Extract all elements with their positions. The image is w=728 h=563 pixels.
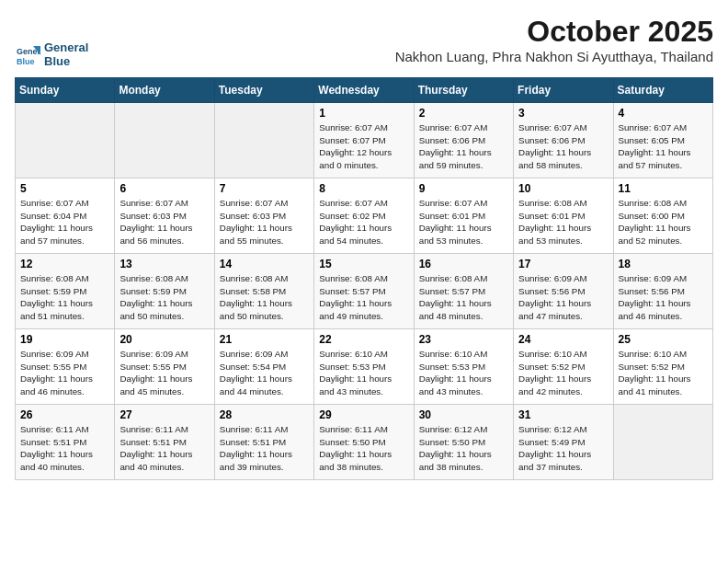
day-info: Sunrise: 6:08 AM Sunset: 5:57 PM Dayligh… [319, 272, 408, 323]
calendar-cell-w1d6: 11Sunrise: 6:08 AM Sunset: 6:00 PM Dayli… [613, 178, 712, 254]
calendar-cell-w0d6: 4Sunrise: 6:07 AM Sunset: 6:05 PM Daylig… [613, 103, 712, 178]
day-number: 31 [518, 408, 608, 421]
calendar-cell-w2d1: 13Sunrise: 6:08 AM Sunset: 5:59 PM Dayli… [115, 254, 214, 329]
calendar-cell-w4d2: 28Sunrise: 6:11 AM Sunset: 5:51 PM Dayli… [214, 405, 313, 480]
day-info: Sunrise: 6:07 AM Sunset: 6:07 PM Dayligh… [319, 121, 408, 172]
day-info: Sunrise: 6:12 AM Sunset: 5:49 PM Dayligh… [518, 423, 608, 474]
day-number: 19 [20, 333, 109, 346]
calendar-cell-w2d4: 16Sunrise: 6:08 AM Sunset: 5:57 PM Dayli… [414, 254, 513, 329]
page-subtitle: Nakhon Luang, Phra Nakhon Si Ayutthaya, … [395, 49, 713, 64]
day-info: Sunrise: 6:10 AM Sunset: 5:53 PM Dayligh… [419, 348, 508, 398]
calendar-cell-w4d0: 26Sunrise: 6:11 AM Sunset: 5:51 PM Dayli… [16, 405, 115, 480]
day-info: Sunrise: 6:11 AM Sunset: 5:50 PM Dayligh… [319, 423, 408, 474]
day-info: Sunrise: 6:07 AM Sunset: 6:03 PM Dayligh… [119, 197, 209, 247]
day-info: Sunrise: 6:09 AM Sunset: 5:54 PM Dayligh… [220, 348, 309, 398]
day-number: 20 [119, 333, 209, 346]
day-number: 4 [619, 107, 708, 120]
day-info: Sunrise: 6:07 AM Sunset: 6:02 PM Dayligh… [319, 197, 408, 247]
day-number: 21 [220, 333, 309, 346]
weekday-header-thursday: Thursday [414, 78, 513, 103]
day-number: 28 [220, 408, 309, 421]
day-number: 24 [518, 333, 608, 346]
day-info: Sunrise: 6:09 AM Sunset: 5:56 PM Dayligh… [518, 272, 608, 323]
day-number: 22 [319, 333, 408, 346]
calendar-cell-w4d5: 31Sunrise: 6:12 AM Sunset: 5:49 PM Dayli… [514, 405, 613, 480]
calendar-cell-w3d2: 21Sunrise: 6:09 AM Sunset: 5:54 PM Dayli… [214, 329, 313, 405]
calendar-cell-w0d5: 3Sunrise: 6:07 AM Sunset: 6:06 PM Daylig… [514, 103, 613, 178]
day-number: 17 [518, 258, 608, 270]
day-info: Sunrise: 6:10 AM Sunset: 5:52 PM Dayligh… [619, 348, 708, 398]
day-info: Sunrise: 6:07 AM Sunset: 6:03 PM Dayligh… [220, 197, 309, 247]
calendar-cell-w1d4: 9Sunrise: 6:07 AM Sunset: 6:01 PM Daylig… [414, 178, 513, 254]
day-number: 25 [619, 333, 708, 346]
calendar-cell-w0d3: 1Sunrise: 6:07 AM Sunset: 6:07 PM Daylig… [314, 103, 414, 178]
day-number: 6 [119, 182, 209, 195]
day-info: Sunrise: 6:07 AM Sunset: 6:04 PM Dayligh… [20, 197, 109, 247]
weekday-header-sunday: Sunday [16, 78, 115, 103]
day-info: Sunrise: 6:12 AM Sunset: 5:50 PM Dayligh… [419, 423, 508, 474]
day-info: Sunrise: 6:08 AM Sunset: 6:01 PM Dayligh… [518, 197, 608, 247]
calendar-cell-w2d0: 12Sunrise: 6:08 AM Sunset: 5:59 PM Dayli… [16, 254, 115, 329]
calendar-table: SundayMondayTuesdayWednesdayThursdayFrid… [15, 77, 713, 480]
day-info: Sunrise: 6:08 AM Sunset: 6:00 PM Dayligh… [619, 197, 708, 247]
title-section: October 2025 Nakhon Luang, Phra Nakhon S… [395, 15, 713, 70]
calendar-cell-w2d6: 18Sunrise: 6:09 AM Sunset: 5:56 PM Dayli… [613, 254, 712, 329]
calendar-cell-w1d5: 10Sunrise: 6:08 AM Sunset: 6:01 PM Dayli… [514, 178, 613, 254]
day-info: Sunrise: 6:08 AM Sunset: 5:59 PM Dayligh… [20, 272, 109, 323]
day-info: Sunrise: 6:07 AM Sunset: 6:01 PM Dayligh… [419, 197, 508, 247]
calendar-cell-w3d4: 23Sunrise: 6:10 AM Sunset: 5:53 PM Dayli… [414, 329, 513, 405]
day-info: Sunrise: 6:11 AM Sunset: 5:51 PM Dayligh… [119, 423, 209, 474]
calendar-cell-w3d0: 19Sunrise: 6:09 AM Sunset: 5:55 PM Dayli… [16, 329, 115, 405]
calendar-cell-w3d3: 22Sunrise: 6:10 AM Sunset: 5:53 PM Dayli… [314, 329, 414, 405]
logo-icon: General Blue [15, 42, 40, 68]
day-number: 3 [518, 107, 608, 120]
day-number: 30 [419, 408, 508, 421]
day-info: Sunrise: 6:08 AM Sunset: 5:59 PM Dayligh… [119, 272, 209, 323]
calendar-cell-w4d1: 27Sunrise: 6:11 AM Sunset: 5:51 PM Dayli… [115, 405, 214, 480]
logo-text: General Blue [44, 41, 88, 68]
day-number: 13 [119, 258, 209, 270]
day-info: Sunrise: 6:08 AM Sunset: 5:58 PM Dayligh… [220, 272, 309, 323]
day-number: 26 [20, 408, 109, 421]
day-number: 27 [119, 408, 209, 421]
day-number: 1 [319, 107, 408, 120]
day-info: Sunrise: 6:09 AM Sunset: 5:55 PM Dayligh… [119, 348, 209, 398]
calendar-cell-w4d3: 29Sunrise: 6:11 AM Sunset: 5:50 PM Dayli… [314, 405, 414, 480]
day-number: 10 [518, 182, 608, 195]
page-title: October 2025 [395, 15, 713, 49]
calendar-cell-w3d5: 24Sunrise: 6:10 AM Sunset: 5:52 PM Dayli… [514, 329, 613, 405]
calendar-cell-w3d1: 20Sunrise: 6:09 AM Sunset: 5:55 PM Dayli… [115, 329, 214, 405]
day-number: 16 [419, 258, 508, 270]
day-number: 11 [619, 182, 708, 195]
day-number: 9 [419, 182, 508, 195]
day-number: 14 [220, 258, 309, 270]
calendar-cell-w1d1: 6Sunrise: 6:07 AM Sunset: 6:03 PM Daylig… [115, 178, 214, 254]
day-info: Sunrise: 6:11 AM Sunset: 5:51 PM Dayligh… [220, 423, 309, 474]
calendar-cell-w2d2: 14Sunrise: 6:08 AM Sunset: 5:58 PM Dayli… [214, 254, 313, 329]
day-info: Sunrise: 6:07 AM Sunset: 6:06 PM Dayligh… [518, 121, 608, 172]
day-info: Sunrise: 6:11 AM Sunset: 5:51 PM Dayligh… [20, 423, 109, 474]
calendar-cell-w0d4: 2Sunrise: 6:07 AM Sunset: 6:06 PM Daylig… [414, 103, 513, 178]
weekday-header-saturday: Saturday [613, 78, 712, 103]
day-info: Sunrise: 6:10 AM Sunset: 5:52 PM Dayligh… [518, 348, 608, 398]
day-info: Sunrise: 6:10 AM Sunset: 5:53 PM Dayligh… [319, 348, 408, 398]
day-number: 15 [319, 258, 408, 270]
day-info: Sunrise: 6:07 AM Sunset: 6:06 PM Dayligh… [419, 121, 508, 172]
calendar-cell-w0d2 [214, 103, 313, 178]
calendar-cell-w1d2: 7Sunrise: 6:07 AM Sunset: 6:03 PM Daylig… [214, 178, 313, 254]
logo: General Blue General Blue [15, 41, 88, 68]
day-number: 8 [319, 182, 408, 195]
day-number: 2 [419, 107, 508, 120]
weekday-header-tuesday: Tuesday [214, 78, 313, 103]
calendar-cell-w0d0 [16, 103, 115, 178]
calendar-cell-w1d0: 5Sunrise: 6:07 AM Sunset: 6:04 PM Daylig… [16, 178, 115, 254]
calendar-cell-w1d3: 8Sunrise: 6:07 AM Sunset: 6:02 PM Daylig… [314, 178, 414, 254]
day-number: 18 [619, 258, 708, 270]
calendar-cell-w2d5: 17Sunrise: 6:09 AM Sunset: 5:56 PM Dayli… [514, 254, 613, 329]
calendar-cell-w4d4: 30Sunrise: 6:12 AM Sunset: 5:50 PM Dayli… [414, 405, 513, 480]
svg-text:Blue: Blue [17, 57, 35, 66]
day-number: 23 [419, 333, 508, 346]
day-info: Sunrise: 6:08 AM Sunset: 5:57 PM Dayligh… [419, 272, 508, 323]
weekday-header-friday: Friday [514, 78, 613, 103]
weekday-header-wednesday: Wednesday [314, 78, 414, 103]
